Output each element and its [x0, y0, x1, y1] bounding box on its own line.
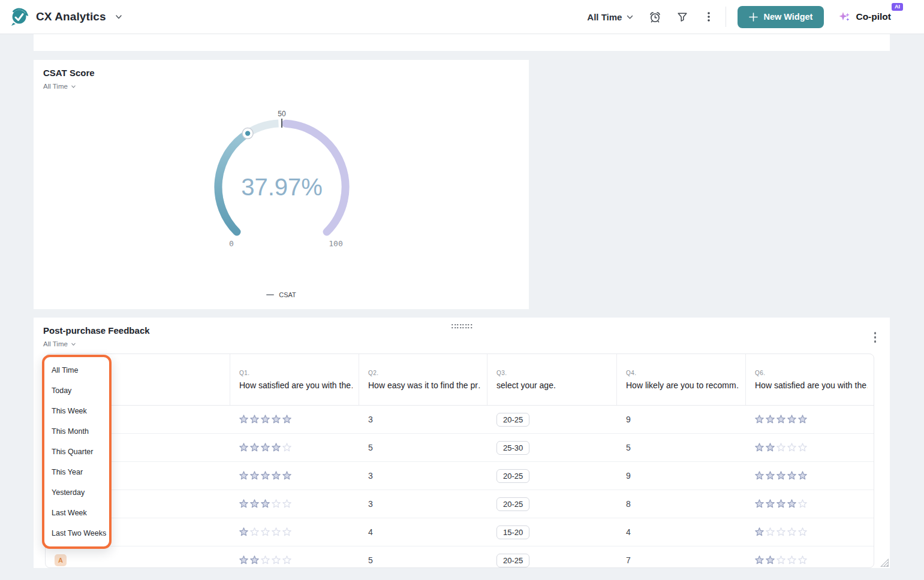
q4-cell: 4	[617, 527, 746, 537]
star-icon	[250, 415, 259, 424]
question-number: Q3.	[496, 370, 610, 376]
star-icon	[755, 415, 764, 424]
user-cell: A	[46, 554, 230, 566]
age-chip: 20-25	[496, 554, 529, 567]
q6-cell	[746, 443, 874, 452]
question-number: Q6.	[755, 370, 868, 376]
star-icon	[272, 527, 281, 537]
gauge-legend[interactable]: CSAT	[34, 291, 529, 298]
q4-cell: 5	[617, 443, 746, 452]
star-icon	[261, 499, 270, 509]
q4-cell: 7	[617, 555, 746, 565]
q1-cell	[230, 443, 359, 452]
question-label: How satisfied are you with the…	[239, 380, 353, 390]
star-icon	[766, 415, 775, 424]
question-label: select your age.	[496, 380, 610, 390]
star-icon	[755, 499, 764, 509]
partial-widget-above	[34, 34, 890, 51]
star-rating	[239, 555, 291, 565]
dropdown-option-last-week[interactable]: Last Week	[44, 503, 109, 523]
resize-handle-icon[interactable]	[878, 557, 889, 567]
question-number: Q1.	[239, 370, 353, 376]
star-rating	[755, 555, 807, 565]
app-title-chevron-icon	[115, 13, 123, 21]
star-icon	[239, 471, 248, 481]
feedback-time-filter-label: All Time	[43, 340, 68, 348]
star-icon	[776, 555, 785, 565]
responses-table: Q1. How satisfied are you with the… Q2. …	[45, 354, 874, 568]
star-icon	[787, 471, 796, 481]
star-icon	[766, 499, 775, 509]
table-row: A 5 20-25 7	[46, 546, 874, 568]
copilot-button[interactable]: Co-pilot AI	[839, 11, 891, 23]
q2-cell: 5	[359, 443, 487, 452]
q6-cell	[746, 499, 874, 509]
star-icon	[798, 499, 807, 509]
app-title: CX Analytics	[36, 10, 106, 23]
star-icon	[239, 527, 248, 537]
q3-cell: 20-25	[487, 413, 617, 427]
star-icon	[239, 415, 248, 424]
dropdown-option-this-quarter[interactable]: This Quarter	[44, 442, 109, 462]
table-row: 3 20-25 9	[46, 406, 874, 434]
q6-cell	[746, 527, 874, 537]
table-body: 3 20-25 9 5 25-30 5 3 20-25	[46, 406, 874, 568]
star-rating	[239, 415, 291, 424]
star-rating	[755, 499, 807, 509]
dropdown-option-last-two-weeks[interactable]: Last Two Weeks	[44, 523, 109, 543]
star-icon	[261, 415, 270, 424]
age-chip: 15-20	[496, 525, 529, 539]
star-icon	[250, 499, 259, 509]
q3-cell: 20-25	[487, 554, 617, 567]
q6-cell	[746, 555, 874, 565]
star-rating	[755, 443, 807, 452]
alarm-icon[interactable]	[649, 11, 661, 23]
dropdown-option-today[interactable]: Today	[44, 380, 109, 401]
star-icon	[282, 443, 291, 452]
star-rating	[755, 415, 807, 424]
star-icon	[250, 527, 259, 537]
dashboard-time-filter-label: All Time	[587, 12, 622, 22]
feedback-time-filter[interactable]: All Time	[43, 340, 76, 348]
star-icon	[272, 443, 281, 452]
column-header-q4: Q4. How likely are you to recomm…	[617, 354, 746, 405]
star-icon	[755, 443, 764, 452]
new-widget-button[interactable]: New Widget	[738, 6, 824, 28]
dropdown-option-all-time[interactable]: All Time	[44, 360, 109, 380]
star-icon	[776, 471, 785, 481]
dropdown-option-this-week[interactable]: This Week	[44, 401, 109, 421]
question-number: Q4.	[626, 370, 739, 376]
star-icon	[239, 499, 248, 509]
age-chip: 20-25	[496, 413, 529, 427]
star-icon	[272, 499, 281, 509]
dashboard-time-filter[interactable]: All Time	[587, 12, 634, 22]
column-header-q3: Q3. select your age.	[487, 354, 617, 405]
copilot-label: Co-pilot	[856, 11, 891, 22]
star-icon	[798, 555, 807, 565]
q4-cell: 9	[617, 415, 746, 424]
star-icon	[776, 499, 785, 509]
star-icon	[798, 415, 807, 424]
filter-icon[interactable]	[676, 11, 688, 23]
dropdown-option-yesterday[interactable]: Yesterday	[44, 482, 109, 503]
dropdown-option-this-year[interactable]: This Year	[44, 462, 109, 482]
question-number: Q2.	[368, 370, 481, 376]
dropdown-option-this-month[interactable]: This Month	[44, 421, 109, 442]
more-options-icon[interactable]	[703, 11, 714, 23]
plus-icon	[749, 13, 758, 22]
legend-dash-icon	[266, 294, 274, 296]
q1-cell	[230, 499, 359, 509]
star-icon	[766, 555, 775, 565]
star-icon	[261, 443, 270, 452]
q2-cell: 4	[359, 527, 487, 537]
star-icon	[261, 471, 270, 481]
app-switcher[interactable]: CX Analytics	[8, 6, 123, 28]
star-rating	[239, 527, 291, 537]
q1-cell	[230, 415, 359, 424]
widget-drag-handle-icon[interactable]	[450, 322, 474, 330]
star-icon	[755, 555, 764, 565]
widget-more-options-icon[interactable]	[872, 330, 878, 345]
q2-cell: 3	[359, 471, 487, 481]
q2-cell: 5	[359, 555, 487, 565]
table-header-row: Q1. How satisfied are you with the… Q2. …	[46, 354, 874, 406]
